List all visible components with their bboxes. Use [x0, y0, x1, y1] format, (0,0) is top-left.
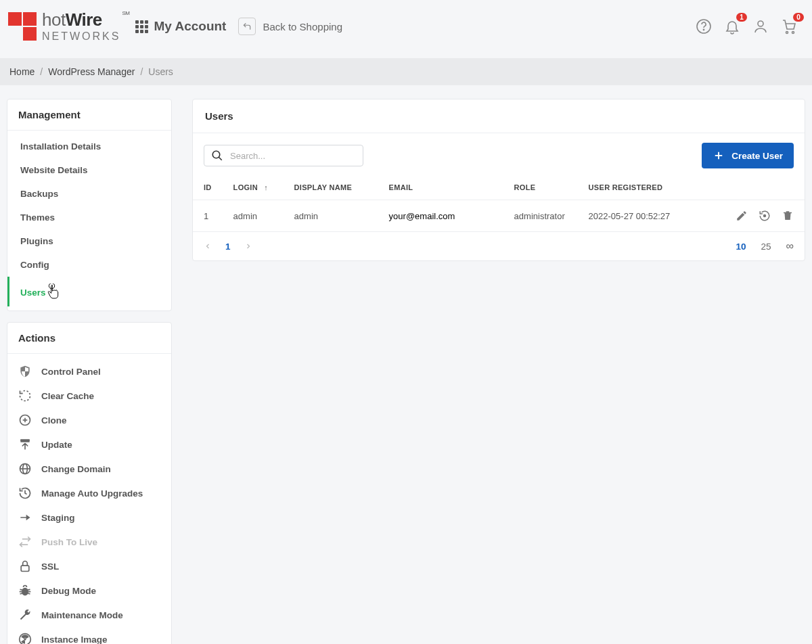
delete-row-icon[interactable]	[782, 210, 794, 222]
cell-id: 1	[193, 200, 223, 232]
actions-title: Actions	[7, 323, 171, 354]
user-icon[interactable]	[752, 18, 769, 34]
upload-icon	[18, 438, 32, 451]
search-input[interactable]	[230, 151, 356, 161]
svg-rect-15	[21, 566, 29, 571]
logo-mark-icon	[8, 12, 37, 41]
svg-line-26	[219, 157, 222, 160]
back-to-shopping-label: Back to Shopping	[263, 21, 342, 32]
shield-icon	[18, 365, 32, 378]
pager-current[interactable]: 1	[225, 242, 231, 252]
svg-line-18	[28, 589, 30, 590]
svg-point-29	[764, 215, 766, 217]
table-row: 1 admin admin your@email.com administrat…	[193, 200, 805, 232]
cell-display-name: admin	[284, 200, 378, 232]
topbar-icons: 1 0	[696, 18, 804, 34]
action-auto-upgrades[interactable]: Manage Auto Upgrades	[7, 481, 171, 505]
topbar: hotWireSM NETWORKS My Account Back to Sh…	[0, 0, 812, 58]
breadcrumb: Home / WordPress Manager / Users	[0, 58, 812, 85]
action-maintenance-mode[interactable]: Maintenance Mode	[7, 603, 171, 627]
return-key-icon	[238, 18, 256, 35]
page-size-25[interactable]: 25	[761, 242, 771, 252]
col-login[interactable]: LOGIN ↑	[223, 175, 284, 200]
sidebar-item-users-label: Users	[20, 288, 46, 298]
logo-text: hotWireSM NETWORKS	[42, 11, 120, 42]
action-label: Manage Auto Upgrades	[41, 488, 143, 499]
create-user-button[interactable]: Create User	[702, 143, 794, 168]
wrench-icon	[18, 608, 32, 622]
search-icon	[211, 150, 223, 162]
sidebar-item-backups[interactable]: Backups	[7, 182, 171, 206]
col-id[interactable]: ID	[193, 175, 223, 200]
notifications-icon[interactable]: 1	[724, 18, 740, 34]
action-debug-mode[interactable]: Debug Mode	[7, 578, 171, 603]
action-push-to-live: Push To Live	[7, 530, 171, 554]
action-label: Staging	[41, 513, 75, 523]
svg-rect-9	[20, 440, 29, 442]
plus-icon	[713, 150, 725, 162]
management-card: Management Installation Details Website …	[7, 99, 172, 311]
action-update[interactable]: Update	[7, 432, 171, 457]
refresh-dashed-icon	[18, 389, 32, 402]
pointer-cursor-icon	[47, 283, 60, 300]
restore-icon[interactable]	[759, 210, 771, 222]
action-label: Update	[41, 440, 72, 450]
svg-line-19	[20, 593, 22, 594]
svg-line-17	[20, 589, 22, 590]
col-display-name[interactable]: DISPLAY NAME	[284, 175, 378, 200]
my-account-link[interactable]: My Account	[135, 19, 226, 34]
action-staging[interactable]: Staging	[7, 505, 171, 530]
help-icon[interactable]	[696, 18, 712, 34]
action-clone[interactable]: Clone	[7, 408, 171, 432]
users-table: ID LOGIN ↑ DISPLAY NAME EMAIL ROLE USER …	[193, 175, 805, 232]
cart-badge: 0	[793, 13, 804, 22]
lock-icon	[18, 559, 32, 573]
col-registered[interactable]: USER REGISTERED	[578, 175, 717, 200]
action-control-panel[interactable]: Control Panel	[7, 359, 171, 384]
svg-point-4	[792, 32, 794, 34]
pager-next[interactable]	[244, 242, 252, 250]
sidebar-item-themes[interactable]: Themes	[7, 206, 171, 229]
breadcrumb-wordpress-manager[interactable]: WordPress Manager	[48, 66, 135, 77]
action-label: Control Panel	[41, 367, 101, 377]
breadcrumb-current: Users	[148, 66, 173, 77]
sidebar-item-users[interactable]: Users	[7, 277, 171, 306]
action-label: Debug Mode	[41, 586, 96, 596]
globe-icon	[18, 462, 32, 476]
svg-point-24	[24, 638, 26, 640]
back-to-shopping-link[interactable]: Back to Shopping	[238, 18, 342, 35]
search-field[interactable]	[204, 145, 363, 166]
action-clear-cache[interactable]: Clear Cache	[7, 384, 171, 408]
cart-icon[interactable]: 0	[781, 18, 797, 34]
page-size-10[interactable]: 10	[736, 242, 746, 252]
radiation-icon	[18, 632, 32, 644]
action-change-domain[interactable]: Change Domain	[7, 457, 171, 481]
page-size-infinite[interactable]: ∞	[786, 240, 794, 252]
page-title: Users	[193, 99, 805, 133]
cell-registered: 2022-05-27 00:52:27	[578, 200, 717, 232]
sidebar-item-installation-details[interactable]: Installation Details	[7, 135, 171, 158]
breadcrumb-home[interactable]: Home	[9, 66, 35, 77]
sidebar-item-plugins[interactable]: Plugins	[7, 229, 171, 253]
action-ssl[interactable]: SSL	[7, 554, 171, 578]
svg-point-2	[758, 21, 763, 26]
cell-email: your@email.com	[378, 200, 503, 232]
col-email[interactable]: EMAIL	[378, 175, 503, 200]
sidebar-item-website-details[interactable]: Website Details	[7, 158, 171, 182]
plus-circle-icon	[18, 413, 32, 427]
sort-asc-icon: ↑	[264, 183, 268, 191]
cell-login: admin	[223, 200, 284, 232]
pager-prev[interactable]	[204, 242, 212, 250]
arrow-right-icon	[18, 511, 32, 524]
col-role[interactable]: ROLE	[503, 175, 578, 200]
edit-icon[interactable]	[736, 210, 748, 222]
brand-logo[interactable]: hotWireSM NETWORKS	[8, 11, 123, 42]
my-account-label: My Account	[154, 19, 226, 34]
actions-card: Actions Control Panel Clear Cache Clone …	[7, 322, 172, 644]
action-label: Maintenance Mode	[41, 610, 123, 620]
sidebar-item-config[interactable]: Config	[7, 253, 171, 277]
action-instance-image[interactable]: Instance Image	[7, 627, 171, 644]
action-label: Clear Cache	[41, 391, 94, 401]
action-label: SSL	[41, 561, 59, 572]
pager: 1 10 25 ∞	[193, 232, 805, 260]
